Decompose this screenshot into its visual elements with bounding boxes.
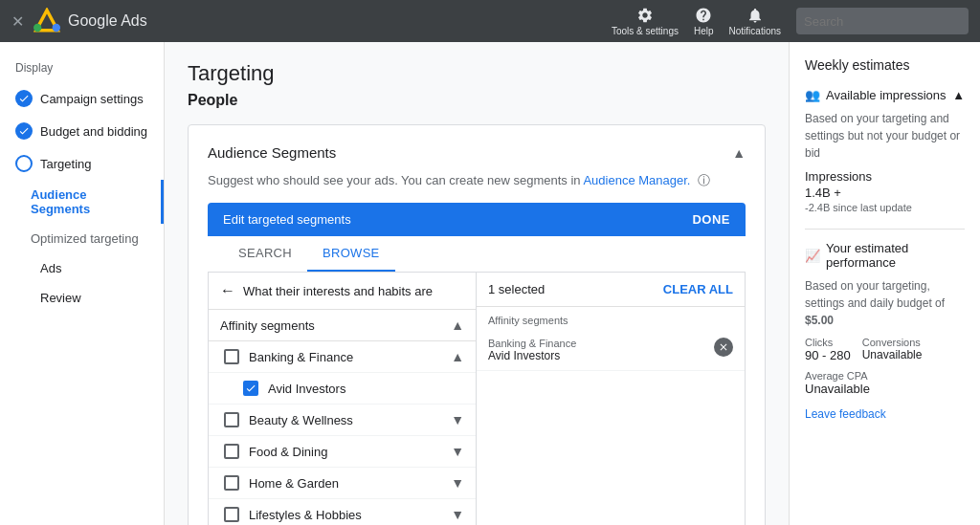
tab-search[interactable]: SEARCH	[223, 236, 307, 272]
selected-tag-category: Banking & Finance	[488, 338, 576, 349]
avg-cpa-label: Average CPA	[805, 370, 965, 382]
segments-container: ← What their interests and habits are Af…	[208, 273, 746, 525]
lifestyles-expand-icon[interactable]: ▼	[451, 507, 464, 522]
app-title: Google Ads	[68, 12, 147, 30]
page-subtitle: People	[188, 92, 766, 109]
help-button[interactable]: Help	[694, 7, 714, 36]
clear-all-button[interactable]: CLEAR ALL	[663, 282, 733, 296]
topbar: ✕ Google Ads Tools & settings Help Notif…	[0, 0, 980, 42]
performance-header[interactable]: 📈 Your estimated performance	[805, 241, 965, 270]
sidebar-item-ads[interactable]: Ads	[0, 253, 164, 283]
list-item[interactable]: Lifestyles & Hobbies ▼	[209, 499, 476, 525]
tools-label: Tools & settings	[612, 26, 679, 36]
affinity-collapse-icon[interactable]: ▲	[451, 317, 464, 333]
selected-tag-name: Avid Investors	[488, 349, 576, 362]
remove-tag-button[interactable]	[714, 338, 733, 357]
sidebar-ads-label: Ads	[15, 261, 61, 275]
back-nav[interactable]: ← What their interests and habits are	[209, 273, 476, 310]
conversions-label: Conversions	[862, 337, 923, 348]
leave-feedback-link[interactable]: Leave feedback	[805, 407, 965, 421]
sidebar-budget-bidding-label: Budget and bidding	[40, 124, 147, 139]
impressions-label: Impressions	[805, 169, 965, 184]
content-area: Targeting People Audience Segments ▲ Sug…	[165, 42, 789, 525]
divider	[805, 229, 965, 230]
checkbox-beauty[interactable]	[224, 412, 239, 427]
edit-bar-title: Edit targeted segments	[223, 212, 351, 227]
tools-settings-button[interactable]: Tools & settings	[612, 7, 679, 36]
affinity-label: Affinity segments	[220, 318, 315, 333]
audience-segments-card: Audience Segments ▲ Suggest who should s…	[188, 124, 766, 525]
right-section-label: Affinity segments	[477, 307, 745, 330]
sidebar: Display Campaign settings Budget and bid…	[0, 42, 165, 525]
food-label: Food & Dining	[249, 445, 327, 459]
impressions-title: Available impressions	[826, 88, 947, 102]
sidebar-display-header: Display	[0, 54, 164, 82]
beauty-label: Beauty & Wellness	[249, 413, 353, 427]
impressions-section: 👥 Available impressions ▲ Based on your …	[805, 88, 965, 213]
search-box[interactable]	[796, 8, 969, 34]
checkbox-home[interactable]	[224, 475, 239, 491]
affinity-items-list: Banking & Finance ▲ Avid Investors	[209, 341, 476, 525]
right-sidebar: Weekly estimates 👥 Available impressions…	[789, 42, 980, 525]
help-icon[interactable]: ⓘ	[698, 172, 713, 187]
metrics-row: Clicks 90 - 280 Conversions Unavailable	[805, 337, 965, 362]
help-label: Help	[694, 26, 714, 36]
sidebar-item-optimized-targeting[interactable]: Optimized targeting	[0, 224, 164, 253]
selected-count: 1 selected	[488, 282, 545, 296]
svg-point-2	[33, 24, 41, 32]
back-arrow-icon: ←	[220, 282, 235, 299]
people-icon: 👥	[805, 88, 820, 102]
topbar-right: Tools & settings Help Notifications	[612, 7, 969, 36]
affinity-section-header: Affinity segments ▲	[209, 310, 476, 341]
clicks-value: 90 - 280	[805, 348, 851, 362]
page-title: Targeting	[188, 61, 766, 86]
sidebar-item-targeting[interactable]: Targeting	[0, 147, 164, 180]
avg-cpa-value: Unavailable	[805, 382, 965, 396]
sidebar-optimized-targeting-label: Optimized targeting	[31, 231, 139, 246]
notifications-button[interactable]: Notifications	[729, 7, 781, 36]
food-expand-icon[interactable]: ▼	[451, 444, 464, 459]
close-icon[interactable]: ✕	[11, 12, 24, 31]
list-item[interactable]: Food & Dining ▼	[209, 436, 476, 468]
checkbox-banking[interactable]	[224, 349, 239, 364]
sidebar-targeting-label: Targeting	[40, 157, 91, 171]
clicks-label: Clicks	[805, 337, 851, 348]
edit-bar: Edit targeted segments DONE	[208, 203, 746, 236]
list-item[interactable]: Avid Investors	[209, 373, 476, 405]
card-subtitle: Suggest who should see your ads. You can…	[208, 172, 746, 187]
sidebar-item-campaign-settings[interactable]: Campaign settings	[0, 82, 164, 115]
tab-browse[interactable]: BROWSE	[307, 236, 395, 272]
list-item[interactable]: Banking & Finance ▲	[209, 341, 476, 373]
banking-label: Banking & Finance	[249, 350, 353, 364]
logo: Google Ads	[33, 8, 147, 34]
check-icon	[15, 90, 33, 107]
sidebar-item-budget-bidding[interactable]: Budget and bidding	[0, 115, 164, 147]
sidebar-item-audience-segments[interactable]: Audience Segments	[0, 180, 164, 224]
home-label: Home & Garden	[249, 476, 339, 491]
collapse-icon[interactable]: ▲	[732, 145, 746, 161]
selected-tag: Banking & Finance Avid Investors	[477, 330, 745, 371]
search-input[interactable]	[804, 14, 961, 29]
list-item[interactable]: Beauty & Wellness ▼	[209, 405, 476, 436]
svg-point-1	[53, 24, 60, 32]
done-button[interactable]: DONE	[692, 212, 730, 227]
banking-expand-icon[interactable]: ▲	[451, 349, 464, 364]
list-item[interactable]: Home & Garden ▼	[209, 468, 476, 499]
impressions-collapse-icon[interactable]: ▲	[952, 88, 965, 102]
sidebar-campaign-settings-label: Campaign settings	[40, 92, 144, 106]
avid-investors-label: Avid Investors	[268, 382, 345, 396]
card-title-row: Audience Segments ▲	[208, 144, 746, 161]
weekly-estimates-title: Weekly estimates	[805, 57, 965, 73]
sidebar-item-review[interactable]: Review	[0, 283, 164, 313]
audience-manager-link[interactable]: Audience Manager.	[583, 173, 690, 187]
beauty-expand-icon[interactable]: ▼	[451, 412, 464, 427]
checkbox-lifestyles[interactable]	[224, 507, 239, 522]
checkbox-food[interactable]	[224, 444, 239, 459]
sidebar-review-label: Review	[15, 291, 81, 305]
performance-description: Based on your targeting, settings and da…	[805, 277, 965, 329]
impressions-header[interactable]: 👥 Available impressions ▲	[805, 88, 965, 102]
tabs-row: SEARCH BROWSE	[208, 236, 746, 273]
checkbox-avid-investors[interactable]	[243, 381, 258, 396]
budget-amount: $5.00	[805, 314, 834, 327]
home-expand-icon[interactable]: ▼	[451, 475, 464, 491]
